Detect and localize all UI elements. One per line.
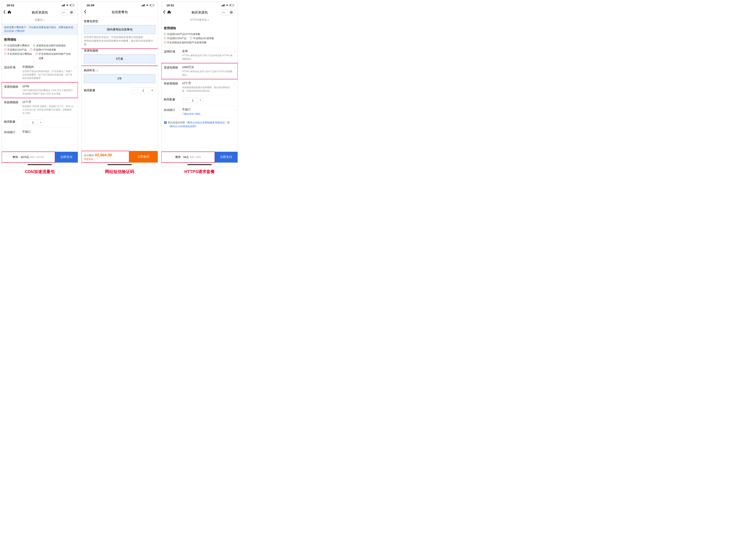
chevron-right-icon: › xyxy=(74,100,76,104)
chevron-right-icon: › xyxy=(234,65,235,69)
qty-minus[interactable]: − xyxy=(182,97,188,103)
quantity-stepper[interactable]: −+ xyxy=(22,120,76,125)
svg-rect-12 xyxy=(223,5,224,6)
svg-rect-3 xyxy=(64,4,65,6)
wifi-icon xyxy=(66,4,69,6)
row-spec[interactable]: 资源包规格 10TBCDN 流量包用于抵扣数据从 CDN 节点下载到用户本地或客… xyxy=(2,82,78,98)
nav-bar: 购买资源包 ··· xyxy=(162,8,237,17)
battery-icon: 19 xyxy=(70,4,75,6)
agree-checkbox[interactable] xyxy=(164,121,167,124)
spec-label: 资源包规格 xyxy=(84,49,156,52)
qty-minus[interactable]: − xyxy=(131,87,137,93)
svg-rect-8 xyxy=(143,5,144,6)
pkg-doc-link[interactable]: 《腾讯云CDN资源包说明》 xyxy=(168,125,198,128)
row-spec[interactable]: 资源包规格 1000万次HTTPS 请求包仅支持 CDN 产品的 HTTPS 请… xyxy=(162,63,237,79)
check-icon xyxy=(33,44,35,47)
row-renew[interactable]: 自动续订 不续订 xyxy=(4,128,76,136)
footer-bar: 应付费用¥2,064.00 查看明细 ︿ 立即购买 xyxy=(82,151,158,162)
qty-plus[interactable]: + xyxy=(38,120,44,125)
chevron-right-icon: › xyxy=(234,108,235,112)
check-icon xyxy=(4,44,6,47)
more-icon: ··· xyxy=(60,10,68,15)
footer-bar: 费用：1873元原价：1873元 立即支付 xyxy=(2,151,78,162)
view-detail-link[interactable]: 查看明细 ︿ xyxy=(84,158,127,161)
qty-minus[interactable]: − xyxy=(22,120,28,125)
qty-input[interactable] xyxy=(137,87,149,93)
row-validity[interactable]: 有效期规格 12个月假设购买 100GB 流量包，有效期 12个月，即您 12 … xyxy=(4,98,76,117)
status-time: 16:01 xyxy=(7,4,14,7)
mini-program-capsule[interactable]: ··· xyxy=(60,9,76,15)
captions-row: CDN加速流量包 网站短信验证码 HTTPS请求套餐 xyxy=(2,169,741,175)
info-banner: 选择流量计费的客户，可以购买流量包进行抵扣，流量包购买后当日生效 计费说明 xyxy=(2,24,78,35)
footer-bar: 费用：34元原价：40元 立即支付 xyxy=(162,151,237,162)
billing-link[interactable]: 计费说明 xyxy=(15,30,25,33)
row-region[interactable]: 适用区域 全球HTTPS 请求包支持 CDN 产品全球区域 HTTPS 请求数抵… xyxy=(164,47,235,63)
svg-rect-1 xyxy=(62,5,63,6)
status-bar: 16:01 19 xyxy=(2,2,78,8)
back-icon[interactable] xyxy=(3,10,6,15)
quantity-stepper[interactable]: −+ xyxy=(131,87,156,93)
wifi-icon xyxy=(146,4,149,6)
chevron-up-icon: ︿ xyxy=(94,158,96,160)
fee-display: 应付费用¥2,064.00 查看明细 ︿ xyxy=(82,151,129,162)
help-icon[interactable]: ? xyxy=(96,69,98,72)
pay-button[interactable]: 立即支付 xyxy=(215,152,237,162)
qty-plus[interactable]: + xyxy=(198,97,203,103)
caption-1: CDN加速流量包 xyxy=(2,169,78,175)
renew-rules-link[interactable]: 了解自动续订规则 xyxy=(182,112,200,115)
wifi-icon xyxy=(226,4,229,6)
back-icon[interactable] xyxy=(84,10,86,14)
sla-link[interactable]: 《腾讯云内容分发网络服务等级协议》 xyxy=(185,121,227,124)
qty-input[interactable] xyxy=(188,97,198,103)
warn-icon xyxy=(4,48,6,51)
nav-bar: 购买资源包 ··· xyxy=(2,8,78,17)
status-time: 16:09 xyxy=(87,4,94,7)
duration-selector[interactable]: 2年 xyxy=(84,74,156,83)
svg-rect-9 xyxy=(144,4,144,6)
check-icon xyxy=(164,33,166,35)
usage-notes: 仅适用流量计费模式 未使用且未过期可自助退款 不适用ECDN产品 不适用HTTP… xyxy=(4,44,76,60)
page-title: 短信套餐包 xyxy=(82,10,158,14)
agreement-row: 我已阅读并同意《腾讯云内容分发网络服务等级协议》和《腾讯云CDN资源包说明》 xyxy=(164,118,235,131)
qty-label: 购买数量 xyxy=(84,89,95,92)
type-label: 套餐包类型 xyxy=(84,19,156,23)
row-validity[interactable]: 有效期规格 12个月有效期指资源包最长使用期限，购买成功即刻生效，到期未用完则过… xyxy=(164,79,235,95)
warn-icon xyxy=(164,37,166,39)
svg-rect-0 xyxy=(61,5,62,6)
row-region[interactable]: 适合区域 中国境内仅适用于抵扣中国境内地区（不含港澳台）加速产生的流量费用。如产… xyxy=(4,63,76,82)
qty-input[interactable] xyxy=(28,120,38,125)
caption-3: HTTPS请求套餐 xyxy=(161,169,238,175)
fee-display: 费用：1873元原价：1873元 xyxy=(2,152,55,162)
svg-rect-6 xyxy=(141,5,142,6)
buy-button[interactable]: 立即购买 xyxy=(129,151,158,162)
qty-plus[interactable]: + xyxy=(149,87,156,93)
chevron-right-icon: › xyxy=(74,65,76,69)
svg-point-15 xyxy=(231,12,232,13)
home-icon[interactable] xyxy=(167,10,171,15)
close-target-icon xyxy=(227,10,235,15)
home-indicator xyxy=(2,162,78,167)
warn-icon xyxy=(35,52,38,55)
pay-button[interactable]: 立即支付 xyxy=(55,152,78,162)
spec-selector[interactable]: 5万条› xyxy=(84,54,156,63)
svg-rect-13 xyxy=(224,4,224,6)
usage-notes: 仅适用CDN产品HTTPS请求数 不适用ECDN产品 不适用QUIC请求数 不支… xyxy=(164,32,235,45)
usage-notes-title: 使用须知 xyxy=(4,38,76,42)
type-selector[interactable]: 国内通用短信套餐包 xyxy=(84,25,156,34)
svg-rect-2 xyxy=(63,5,64,6)
home-icon[interactable] xyxy=(7,10,11,15)
row-renew[interactable]: 自动续订 不续订了解自动续订规则 › xyxy=(164,105,235,118)
quantity-stepper[interactable]: −+ xyxy=(182,97,235,103)
status-bar: 16:01 19 xyxy=(162,2,237,8)
signal-icon xyxy=(61,4,65,6)
subnav-selector[interactable]: HTTPS请求包▼ xyxy=(162,17,237,24)
fee-display: 费用：34元原价：40元 xyxy=(162,152,215,162)
battery-icon: 19 xyxy=(230,4,234,6)
mini-program-capsule[interactable]: ··· xyxy=(220,9,235,15)
phone-https: 16:01 19 购买资源包 ··· HTTPS请求包▼ 使用须知 仅适用CDN… xyxy=(161,2,238,167)
back-icon[interactable] xyxy=(163,10,166,15)
chevron-right-icon: › xyxy=(152,57,153,60)
warn-icon xyxy=(190,37,192,39)
subnav-selector[interactable]: 流量包▼ xyxy=(2,17,78,24)
svg-point-5 xyxy=(71,12,72,13)
